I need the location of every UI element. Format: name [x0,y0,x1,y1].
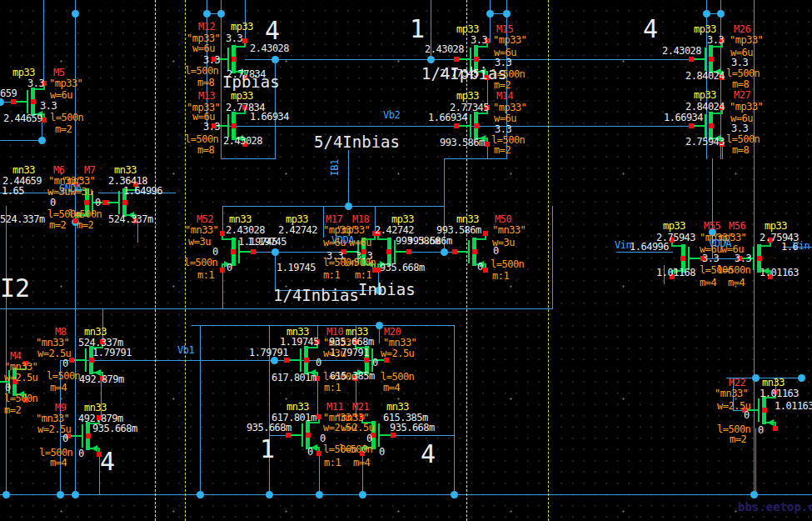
wire-segment[interactable] [319,453,320,495]
device-name-label[interactable]: M17 [326,214,342,224]
device-name-label[interactable]: M5 [53,68,64,78]
wire-junction [798,374,805,382]
net-alias-label[interactable]: Ipbias [222,74,280,90]
device-param-label: m=8 [732,145,749,155]
device-name-label[interactable]: M14 [496,91,513,101]
device-param-label: m=8 [197,78,214,88]
device-name-label[interactable]: M27 [734,90,750,100]
device-name-label[interactable]: M7 [84,165,95,175]
device-name-label[interactable]: M21 [352,402,369,412]
device-param-label: l=500n [47,371,80,381]
device-name-label[interactable]: M8 [55,327,66,337]
device-param-label: "mp33" [493,35,526,45]
wire-segment[interactable] [222,206,445,207]
device-model-label: mn33 [456,214,479,224]
net-name-label[interactable]: IB1 [330,159,340,176]
device-param-label: "mp33" [730,35,763,45]
node-value-label: 0 [493,246,499,256]
wire-segment[interactable] [0,308,553,309]
device-name-label[interactable]: M22 [729,378,745,388]
node-value-label: 1.66934 [664,113,703,123]
wire-segment[interactable] [214,126,692,127]
device-param-label: "mn33" [492,225,526,235]
wire-segment[interactable] [0,494,812,495]
net-name-label[interactable]: Vin [793,241,810,251]
device-name-label[interactable]: M55 [704,221,720,231]
node-value-label: 0 [758,425,764,435]
device-name-label[interactable]: M9 [55,403,66,413]
wire-segment[interactable] [755,428,756,495]
wire-junction [486,10,494,18]
node-value-label: 3.3 [735,253,751,263]
device-param-label: m=4 [383,383,400,393]
wire-segment[interactable] [317,378,318,418]
wire-segment[interactable] [0,140,42,141]
wire-junction [57,491,64,498]
wire-segment[interactable] [409,252,456,253]
multiplier-label: 4 [643,17,658,42]
device-name-label[interactable]: M11 [326,402,343,412]
wire-segment[interactable] [72,360,387,361]
node-value-label: 2.42742 [375,225,414,235]
device-name-label[interactable]: M56 [729,221,745,231]
wire-segment[interactable] [454,325,455,495]
wire-segment[interactable] [348,150,349,207]
node-value-label: 0 [372,358,378,368]
wire-segment[interactable] [200,325,201,495]
wire-segment[interactable] [490,0,491,43]
wire-junction [451,491,458,498]
node-value-label: 0 [78,448,84,458]
node-value-label: 2.84024 [685,102,725,112]
node-value-label: 1.79791 [330,348,369,358]
node-value-label: 3.3 [203,55,220,65]
node-value-label: 3.3 [702,253,719,263]
device-name-label[interactable]: M12 [198,22,215,32]
device-param-label: l=500n [717,265,750,275]
net-alias-label[interactable]: Inbias [358,282,416,298]
wire-junction [427,56,435,63]
device-name-label[interactable]: M4 [10,351,21,361]
node-value-label: 1.01163 [760,268,799,278]
net-name-label[interactable]: Vb2 [383,110,400,120]
device-param-label: l=500n [339,444,372,454]
node-value-label: 1.66934 [428,113,467,123]
wire-junction [750,491,758,498]
node-value-label: 3.3 [40,101,57,111]
device-name-label[interactable]: M15 [496,24,513,34]
node-value-label: 0 [744,410,750,420]
device-name-label[interactable]: M50 [495,214,511,224]
device-param-label: w=6u [494,113,516,123]
device-model-label: mp33 [663,221,685,231]
device-param-label: w=6u [192,43,215,53]
device-name-label[interactable]: M52 [197,214,213,224]
node-value-label: 2.43028 [223,136,262,146]
schematic-canvas[interactable]: bbs.eetop.cn mp33M53.3"mp33"659w=6u3.32.… [0,0,812,521]
device-param-label: m=4 [700,278,716,288]
device-name-label[interactable]: M13 [198,91,215,101]
wire-segment[interactable] [221,158,276,159]
net-alias-label[interactable]: 5/4Inbias [314,134,400,150]
wire-segment[interactable] [552,206,553,309]
node-value-label: 0 [62,433,68,443]
wire-junction [717,10,725,18]
wire-segment[interactable] [192,325,455,326]
wire-junction [271,248,279,256]
device-name-label[interactable]: M26 [734,24,750,34]
node-value-label: 2.43028 [250,43,289,53]
node-value-label: 993.586m [440,138,485,148]
node-value-label: 492.879m [79,374,124,384]
wire-segment[interactable] [393,435,455,436]
device-name-label[interactable]: M6 [53,165,64,175]
net-name-label[interactable]: Vb1 [177,345,194,355]
device-model-label: mp33 [765,221,787,231]
wire-segment[interactable] [222,269,223,309]
net-alias-label[interactable]: 1/4Inbias [273,288,359,303]
device-param-label: l=500n [381,372,414,382]
wire-segment[interactable] [43,0,44,81]
device-param-label: l=500n [185,66,218,76]
wire-junction [217,10,225,18]
device-name-label[interactable]: M18 [352,214,369,224]
wire-segment[interactable] [444,158,507,159]
wire-segment[interactable] [6,206,7,495]
device-name-label[interactable]: M20 [384,327,401,337]
